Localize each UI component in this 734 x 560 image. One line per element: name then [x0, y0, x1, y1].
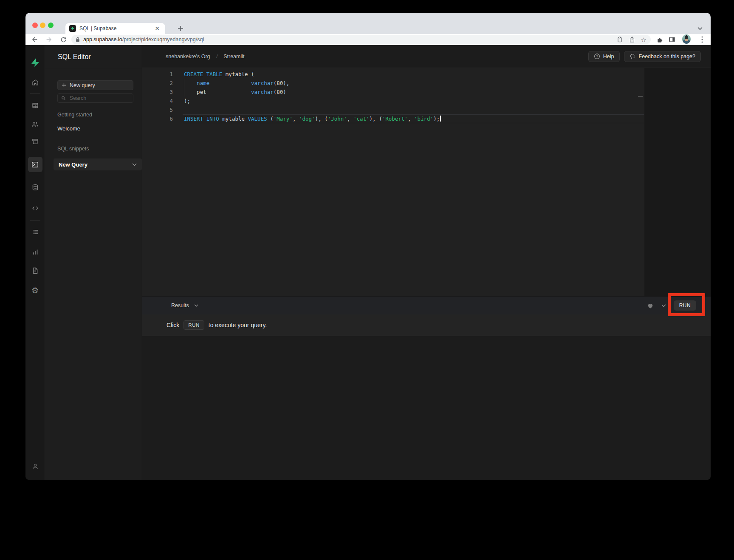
message-prefix: Click: [167, 322, 179, 328]
auth-users-icon[interactable]: [28, 117, 42, 131]
text-cursor: [440, 116, 441, 122]
zoom-window-button[interactable]: [48, 23, 54, 28]
code-token: mytable: [219, 116, 248, 122]
panel-header: SQL Editor: [45, 45, 142, 69]
forward-icon[interactable]: [45, 35, 53, 44]
supabase-logo[interactable]: [28, 56, 42, 70]
address-bar[interactable]: app.supabase.io/project/pldexcuqrnyedang…: [71, 35, 651, 44]
browser-window: SQL | Supabase ✕ app.supabase.io/project…: [25, 13, 711, 480]
breadcrumb-org[interactable]: snehankekre's Org: [166, 54, 210, 59]
table-editor-icon[interactable]: [28, 99, 42, 112]
code-line-4[interactable]: 4);: [142, 96, 644, 105]
chevron-down-icon: [132, 163, 137, 166]
tab-title: SQL | Supabase: [79, 25, 153, 31]
supabase-app: ⚙ SQL Editor New query Getting started: [25, 45, 711, 480]
code-token: CREATE TABLE: [184, 71, 222, 77]
results-tab[interactable]: Results: [171, 303, 189, 308]
panel-title: SQL Editor: [58, 53, 91, 61]
line-number: 4: [142, 96, 173, 105]
code-line-2[interactable]: 2 name varchar(80),: [142, 79, 644, 88]
scrollbar-marker[interactable]: [638, 96, 643, 97]
code-line-6[interactable]: 6INSERT INTO mytable VALUES ('Mary', 'do…: [142, 114, 644, 123]
search-box[interactable]: [57, 93, 133, 103]
profile-avatar[interactable]: [682, 35, 691, 43]
code-token: VALUES: [248, 116, 267, 122]
code-token: (: [267, 116, 274, 122]
side-panel-icon[interactable]: [668, 35, 676, 44]
main-content: snehankekre's Org / Streamlit ? Help Fee…: [142, 45, 711, 480]
code-token: name: [197, 80, 209, 86]
tab-close-icon[interactable]: ✕: [153, 25, 161, 32]
breadcrumb-separator: /: [216, 53, 218, 59]
results-message: Click RUN to execute your query.: [142, 314, 711, 336]
section-label-sql-snippets: SQL snippets: [57, 146, 133, 152]
supabase-favicon: [69, 25, 76, 32]
help-button[interactable]: ? Help: [588, 51, 620, 62]
share-icon[interactable]: [629, 36, 635, 43]
code-token: varchar: [251, 80, 274, 86]
reload-icon[interactable]: [59, 35, 68, 44]
help-circle-icon: ?: [594, 53, 600, 59]
docs-icon[interactable]: [28, 264, 42, 277]
results-chevron-icon[interactable]: [194, 304, 198, 307]
minimize-window-button[interactable]: [40, 23, 45, 28]
code-line-5[interactable]: 5: [142, 105, 644, 114]
breadcrumb-project[interactable]: Streamlit: [223, 54, 244, 59]
code-token: 'cat': [353, 116, 370, 122]
browser-menu-icon[interactable]: [698, 35, 706, 44]
code-token: [184, 80, 197, 86]
reports-icon[interactable]: [28, 245, 42, 259]
storage-icon[interactable]: [28, 135, 42, 148]
logs-icon[interactable]: [28, 225, 42, 239]
sql-code-editor[interactable]: 1CREATE TABLE mytable (2 name varchar(80…: [142, 68, 644, 296]
code-token: varchar: [251, 89, 274, 95]
sidebar-item-welcome[interactable]: Welcome: [57, 125, 133, 132]
editor-region: 1CREATE TABLE mytable (2 name varchar(80…: [142, 68, 711, 296]
home-icon[interactable]: [28, 76, 42, 89]
new-query-button[interactable]: New query: [57, 80, 133, 90]
rail-divider: [30, 220, 40, 221]
code-token: ,: [293, 116, 299, 122]
indent-guide: [184, 79, 184, 96]
line-number: 6: [142, 114, 173, 123]
tab-search-chevron-icon[interactable]: [696, 24, 704, 33]
run-button[interactable]: RUN: [674, 300, 696, 311]
code-token: mytable (: [222, 71, 254, 77]
code-token: 'Mary': [274, 116, 293, 122]
code-token: ,: [408, 116, 414, 122]
editor-edge-strip: [644, 68, 711, 296]
code-token: ), (: [315, 116, 328, 122]
feedback-button[interactable]: Feedback on this page?: [624, 51, 701, 62]
new-tab-button[interactable]: [176, 24, 185, 33]
results-toolbar: Results RUN: [142, 296, 711, 314]
favorite-heart-icon[interactable]: [647, 303, 654, 309]
code-token: ,: [347, 116, 353, 122]
code-token: 'bird': [414, 116, 433, 122]
browser-tab[interactable]: SQL | Supabase ✕: [65, 23, 165, 34]
close-window-button[interactable]: [32, 23, 38, 28]
bookmark-star-icon[interactable]: ☆: [641, 37, 646, 43]
code-token: );: [184, 98, 190, 104]
tab-bar: SQL | Supabase ✕: [25, 13, 711, 34]
api-docs-icon[interactable]: [28, 201, 42, 215]
code-text: name varchar(80),: [184, 79, 289, 88]
section-label-getting-started: Getting started: [57, 112, 133, 118]
clipboard-icon[interactable]: [616, 36, 623, 43]
code-text: CREATE TABLE mytable (: [184, 70, 254, 79]
database-icon[interactable]: [28, 181, 42, 194]
code-line-1[interactable]: 1CREATE TABLE mytable (: [142, 70, 644, 79]
code-line-3[interactable]: 3 pet varchar(80): [142, 88, 644, 96]
account-icon[interactable]: [28, 460, 42, 473]
search-input[interactable]: [69, 95, 130, 102]
code-token: ), (: [370, 116, 382, 122]
extensions-puzzle-icon[interactable]: [655, 35, 664, 44]
back-icon[interactable]: [31, 35, 39, 44]
code-token: [209, 80, 251, 86]
settings-gear-icon[interactable]: ⚙: [28, 283, 42, 297]
sidebar-item-new-query[interactable]: New Query: [54, 158, 142, 170]
sql-editor-icon-selected[interactable]: [28, 157, 42, 172]
code-token: 'dog': [299, 116, 315, 122]
code-token: (80): [274, 89, 286, 95]
run-kbd: RUN: [184, 320, 204, 330]
run-options-chevron-icon[interactable]: [661, 304, 666, 307]
